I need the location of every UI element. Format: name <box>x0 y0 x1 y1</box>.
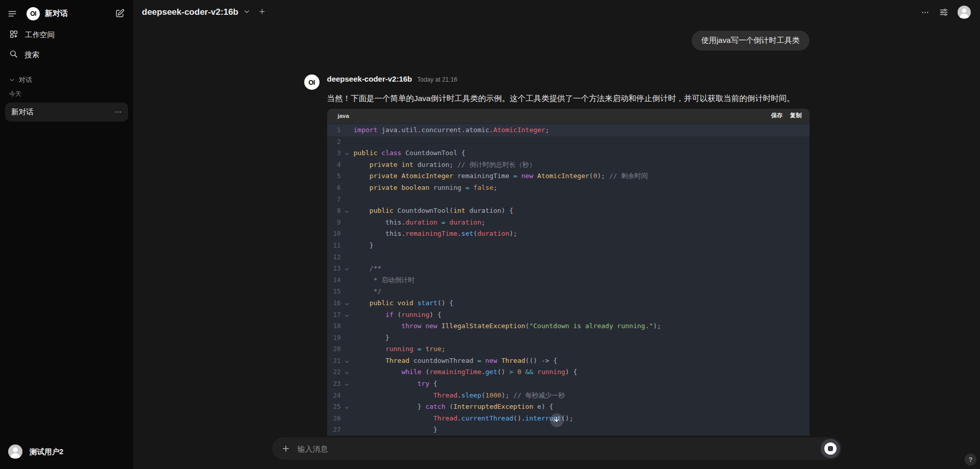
ellipsis-icon <box>921 8 929 17</box>
copy-code-button[interactable]: 复制 <box>790 112 802 119</box>
chat-menu-button[interactable] <box>918 6 932 19</box>
squares-plus-icon <box>9 30 18 40</box>
chevron-down-icon <box>9 77 15 84</box>
chat-item-menu-icon[interactable] <box>114 108 122 116</box>
fold-gutter <box>341 320 354 332</box>
arrow-down-icon <box>553 416 560 425</box>
code-text: */ <box>354 286 810 298</box>
sidebar-item-workspace[interactable]: 工作空间 <box>4 26 129 44</box>
line-number: 16 <box>327 298 341 309</box>
hamburger-icon <box>8 9 17 18</box>
assistant-name: deepseek-coder-v2:16b <box>327 75 412 83</box>
controls-button[interactable] <box>937 5 951 19</box>
fold-gutter <box>341 413 354 425</box>
fold-gutter <box>341 286 354 298</box>
line-number: 2 <box>327 136 341 148</box>
profile-avatar-button[interactable] <box>958 6 971 19</box>
line-number: 17 <box>327 309 341 321</box>
sidebar-section-chats[interactable]: 对话 <box>4 72 129 88</box>
line-number: 15 <box>327 286 341 298</box>
sidebar-item-label: 搜索 <box>24 50 39 60</box>
code-line: 16 public void start() { <box>327 298 810 309</box>
code-line: 1import java.util.concurrent.atomic.Atom… <box>327 125 810 136</box>
pencil-square-icon <box>115 9 125 18</box>
sidebar-toggle-button[interactable] <box>5 7 19 21</box>
message-input[interactable] <box>297 444 815 454</box>
fold-chevron-icon <box>341 366 354 378</box>
new-chat-brand[interactable]: OI 新对话 <box>27 7 112 20</box>
assistant-text: 当然！下面是一个简单的Java倒计时工具类的示例。这个工具类提供了一个方法来启动… <box>327 91 810 105</box>
code-line: 6 private boolean running = false; <box>327 182 810 194</box>
fold-gutter <box>341 217 354 229</box>
code-language-label: java <box>338 113 349 119</box>
assistant-timestamp: Today at 21:16 <box>417 76 457 83</box>
add-model-icon[interactable] <box>258 8 266 17</box>
code-text: private AtomicInteger remainingTime = ne… <box>354 170 810 182</box>
composer-area <box>133 436 980 469</box>
voice-call-button[interactable] <box>821 439 840 458</box>
attach-plus-icon[interactable] <box>281 444 290 453</box>
fold-chevron-icon <box>341 263 354 275</box>
code-block-header: java 保存 复制 <box>327 109 810 122</box>
app-logo-icon: OI <box>27 7 40 20</box>
fold-gutter <box>341 194 354 206</box>
line-number: 25 <box>327 401 341 413</box>
code-line: 24 Thread.sleep(1000); // 每秒减少一秒 <box>327 390 810 402</box>
new-chat-button[interactable] <box>112 6 127 21</box>
line-number: 24 <box>327 390 341 402</box>
voice-call-icon <box>824 442 837 455</box>
fold-chevron-icon <box>341 401 354 413</box>
chat-list-item-selected[interactable]: 新对话 <box>5 103 128 121</box>
code-text: if (running) { <box>354 309 810 321</box>
help-button[interactable]: ? <box>965 454 976 465</box>
code-text: public CountdownTool(int duration) { <box>354 205 810 217</box>
save-code-button[interactable]: 保存 <box>771 112 783 119</box>
model-name: deepseek-coder-v2:16b <box>142 7 238 17</box>
code-text: throw new IllegalStateException("Countdo… <box>354 320 810 332</box>
code-line: 9 this.duration = duration; <box>327 217 810 229</box>
line-number: 7 <box>327 194 341 206</box>
model-selector[interactable]: deepseek-coder-v2:16b <box>142 7 266 17</box>
code-text: } <box>354 424 810 436</box>
code-line: 13 /** <box>327 263 810 275</box>
line-number: 3 <box>327 147 341 159</box>
chevron-down-icon <box>243 8 250 17</box>
sidebar-item-search[interactable]: 搜索 <box>4 45 129 64</box>
line-number: 23 <box>327 378 341 390</box>
fold-gutter <box>341 240 354 252</box>
fold-chevron-icon <box>341 355 354 367</box>
assistant-avatar: OI <box>304 75 320 90</box>
user-message-bubble: 使用java写一个倒计时工具类 <box>692 31 810 51</box>
code-text: import java.util.concurrent.atomic.Atomi… <box>354 125 810 136</box>
sidebar-item-label: 工作空间 <box>25 30 55 40</box>
topbar-actions <box>918 5 971 19</box>
code-text <box>354 194 810 206</box>
sidebar: OI 新对话 工作空间 搜索 对话 <box>0 0 133 469</box>
topbar: deepseek-coder-v2:16b <box>133 0 980 24</box>
code-text: public void start() { <box>354 298 810 309</box>
line-number: 1 <box>327 125 341 136</box>
line-number: 10 <box>327 228 341 240</box>
code-line: 3public class CountdownTool { <box>327 147 810 159</box>
sidebar-user-menu[interactable]: 测试用户2 <box>0 439 133 464</box>
main-area: deepseek-coder-v2:16b <box>133 0 980 469</box>
line-number: 22 <box>327 366 341 378</box>
code-line: 23 try { <box>327 378 810 390</box>
code-text <box>354 252 810 263</box>
code-line: 26 Thread.currentThread().interrupt(); <box>327 413 810 425</box>
code-block: java 保存 复制 1import java.util.concurrent.… <box>327 109 810 436</box>
line-number: 4 <box>327 159 341 171</box>
assistant-header: deepseek-coder-v2:16b Today at 21:16 <box>327 75 810 90</box>
code-text: private boolean running = false; <box>354 182 810 194</box>
chat-scroll-area[interactable]: 使用java写一个倒计时工具类 OI deepseek-coder-v2:16b… <box>133 24 980 436</box>
line-number: 11 <box>327 240 341 252</box>
scroll-to-bottom-button[interactable] <box>550 413 564 427</box>
code-line: 22 while (remainingTime.get() > 0 && run… <box>327 366 810 378</box>
line-number: 20 <box>327 343 341 355</box>
line-number: 5 <box>327 170 341 182</box>
message-input-bar[interactable] <box>272 437 842 460</box>
code-text: this.remainingTime.set(duration); <box>354 228 810 240</box>
code-text: this.duration = duration; <box>354 217 810 229</box>
chat-item-label: 新对话 <box>11 107 34 117</box>
line-number: 14 <box>327 275 341 286</box>
